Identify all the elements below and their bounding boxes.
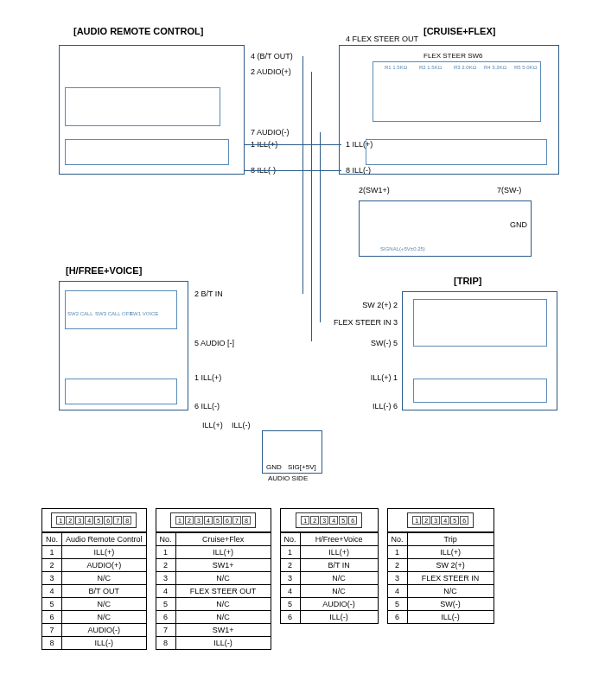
table-cruise-flex: 12345678 No.Cruise+Flex 1ILL(+) 2SW1+ 3N…: [156, 508, 271, 650]
audio-side-gnd: GND: [266, 463, 282, 471]
cruise-signal: SIGNAL(+5V±0.25): [380, 246, 425, 251]
audio-remote-pin4: 4 (B/T OUT): [251, 52, 293, 60]
hfree-pin5: 5 AUDIO [-]: [194, 339, 234, 347]
hfree-voice-title: [H/FREE+VOICE]: [66, 265, 142, 276]
hfree-pin2: 2 B/T IN: [194, 290, 223, 298]
connector-icon-6pin: 123456: [407, 512, 474, 528]
table-hfree-voice: 123456 No.H/Free+Voice 1ILL(+) 2B/T IN 3…: [280, 508, 379, 650]
audio-remote-block: [59, 45, 245, 175]
cruise-r5: R5 5.0KΩ: [514, 65, 537, 70]
table-trip: 123456 No.Trip 1ILL(+) 2SW 2(+) 3FLEX ST…: [387, 508, 494, 650]
trip-block: [402, 291, 557, 410]
audio-remote-title: [AUDIO REMOTE CONTROL]: [73, 26, 203, 36]
cruise-flex-pin1: 1 ILL(+): [346, 140, 373, 149]
audio-side-sig: SIG[+5V]: [288, 463, 316, 471]
hfree-pin6: 6 ILL(-): [194, 402, 220, 410]
cruise-flex-pin8: 8 ILL(-): [346, 166, 371, 175]
connector-icon-8pin: 12345678: [51, 512, 137, 528]
connector-icon-6pin: 123456: [296, 512, 362, 528]
pin-tables-row: 12345678 No.Audio Remote Control 1ILL(+)…: [41, 508, 494, 650]
ill-plus-label: ILL(+): [202, 421, 223, 430]
trip-pin6: ILL(-) 6: [363, 402, 398, 410]
audio-side-label: AUDIO SIDE: [268, 474, 308, 482]
trip-pin3: FLEX STEER IN 3: [327, 318, 398, 327]
hfree-voice-block: [59, 281, 188, 410]
trip-pin2: SW 2(+) 2: [350, 301, 398, 309]
cruise-flex-subtitle: FLEX STEER SW6: [424, 52, 482, 60]
cruise-r1: R1 1.5KΩ: [385, 65, 407, 70]
table-audio-remote: 12345678 No.Audio Remote Control 1ILL(+)…: [41, 508, 147, 650]
audio-remote-pin2: 2 AUDIO(+): [251, 67, 291, 76]
cruise-flex-pin7: 7(SW-): [497, 186, 521, 194]
cruise-r2: R2 1.5KΩ: [419, 65, 442, 70]
cruise-gnd: GND: [510, 220, 527, 229]
trip-pin5: SW(-) 5: [363, 339, 398, 347]
hfree-pin1: 1 ILL(+): [194, 373, 221, 382]
hfree-sw2: SW2 CALL: [67, 311, 93, 316]
hfree-sw1: SW1 VOICE: [130, 311, 158, 316]
trip-pin1: ILL(+) 1: [363, 373, 398, 382]
cruise-r4: R4 3.2KΩ: [484, 65, 506, 70]
cruise-flex-pin2: 2(SW1+): [359, 186, 390, 194]
ill-minus-label: ILL(-): [232, 421, 251, 430]
connector-icon-8pin: 12345678: [170, 512, 256, 528]
hfree-sw3: SW3 CALL OFF: [95, 311, 132, 316]
cruise-flex-title: [CRUISE+FLEX]: [424, 26, 495, 36]
cruise-flex-pin4: 4 FLEX STEER OUT: [346, 35, 418, 43]
audio-remote-pin7: 7 AUDIO(-): [251, 128, 290, 137]
cruise-r3: R3 2.0KΩ: [454, 65, 476, 70]
trip-title: [TRIP]: [454, 276, 481, 286]
